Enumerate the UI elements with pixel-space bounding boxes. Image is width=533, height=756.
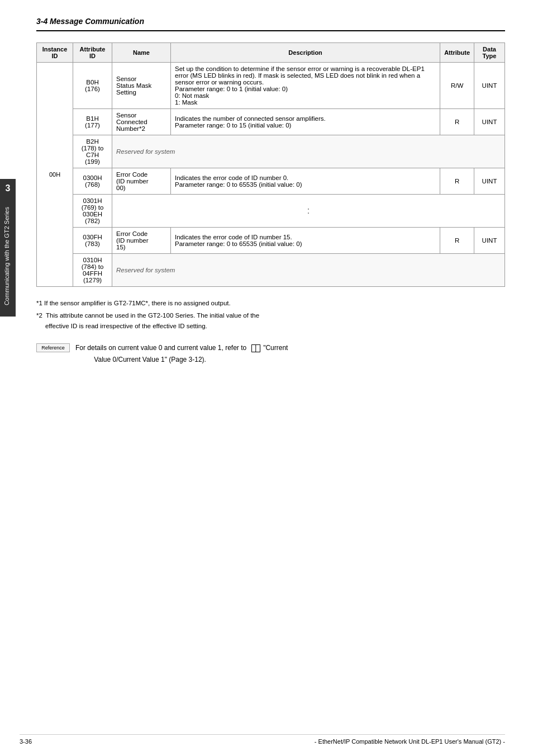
footnote-2: *2 This attribute cannot be used in the … <box>36 310 505 331</box>
reference-label: Reference <box>36 343 70 352</box>
desc-0301h: : <box>112 195 505 228</box>
desc-sensor-status-mask: Set up the condition to determine if the… <box>171 63 440 109</box>
table-row: 0300H(768) Error Code(ID number00) Indic… <box>37 168 505 195</box>
desc-sensor-connected: Indicates the number of connected sensor… <box>171 109 440 135</box>
attr-rw-b1h: R <box>440 109 474 135</box>
page-footer: 3-36 - EtherNet/IP Compatible Network Un… <box>20 734 505 745</box>
dtype-0300h: UINT <box>474 168 505 195</box>
chapter-label: Communicating with the GT2 Series <box>0 196 16 316</box>
name-sensor-connected: SensorConnectedNumber*2 <box>112 109 171 135</box>
col-header-name: Name <box>112 43 171 63</box>
table-row: 0310H(784) to04FFH(1279) Reserved for sy… <box>37 254 505 287</box>
reserved-b2h: Reserved for system <box>112 135 505 168</box>
section-title: 3-4 Message Communication <box>36 17 505 31</box>
col-header-description: Description <box>171 43 440 63</box>
col-header-attribute: Attribute <box>440 43 474 63</box>
chapter-number-text: 3 <box>6 183 11 193</box>
chapter-number: 3 <box>0 179 16 198</box>
desc-error-code-00: Indicates the error code of ID number 0.… <box>171 168 440 195</box>
dtype-b1h: UINT <box>474 109 505 135</box>
table-row: B2H(178) toC7H(199) Reserved for system <box>37 135 505 168</box>
footer-page-number: 3-36 <box>20 738 32 745</box>
attr-id-b0h: B0H(176) <box>73 63 112 109</box>
footnote-1: *1 If the sensor amplifier is GT2-71MC*,… <box>36 298 505 308</box>
col-header-attribute-id: AttributeID <box>73 43 112 63</box>
attr-id-b2h: B2H(178) toC7H(199) <box>73 135 112 168</box>
message-communication-table: InstanceID AttributeID Name Description … <box>36 42 505 287</box>
table-row: 030FH(783) Error Code(ID number15) Indic… <box>37 228 505 254</box>
table-row: 00H B0H(176) SensorStatus MaskSetting Se… <box>37 63 505 109</box>
attr-id-b1h: B1H(177) <box>73 109 112 135</box>
footer-title: - EtherNet/IP Compatible Network Unit DL… <box>315 738 505 745</box>
desc-error-code-15: Indicates the error code of ID number 15… <box>171 228 440 254</box>
attr-id-0301h: 0301H(769) to030EH(782) <box>73 195 112 228</box>
table-row: B1H(177) SensorConnectedNumber*2 Indicat… <box>37 109 505 135</box>
reference-text: For details on current value 0 and curre… <box>75 342 288 365</box>
instance-id-00h: 00H <box>37 63 73 287</box>
col-header-instance: InstanceID <box>37 43 73 63</box>
book-icon <box>251 344 260 352</box>
dtype-030fh: UINT <box>474 228 505 254</box>
table-row: 0301H(769) to030EH(782) : <box>37 195 505 228</box>
attr-id-0310h: 0310H(784) to04FFH(1279) <box>73 254 112 287</box>
dtype-b0h: UINT <box>474 63 505 109</box>
footnotes: *1 If the sensor amplifier is GT2-71MC*,… <box>36 298 505 331</box>
name-sensor-status-mask: SensorStatus MaskSetting <box>112 63 171 109</box>
attr-rw-030fh: R <box>440 228 474 254</box>
attr-id-030fh: 030FH(783) <box>73 228 112 254</box>
reference-section: Reference For details on current value 0… <box>36 342 505 365</box>
name-error-code-00: Error Code(ID number00) <box>112 168 171 195</box>
attr-rw-b0h: R/W <box>440 63 474 109</box>
attr-rw-0300h: R <box>440 168 474 195</box>
col-header-datatype: DataType <box>474 43 505 63</box>
name-error-code-15: Error Code(ID number15) <box>112 228 171 254</box>
attr-id-0300h: 0300H(768) <box>73 168 112 195</box>
reserved-0310h: Reserved for system <box>112 254 505 287</box>
